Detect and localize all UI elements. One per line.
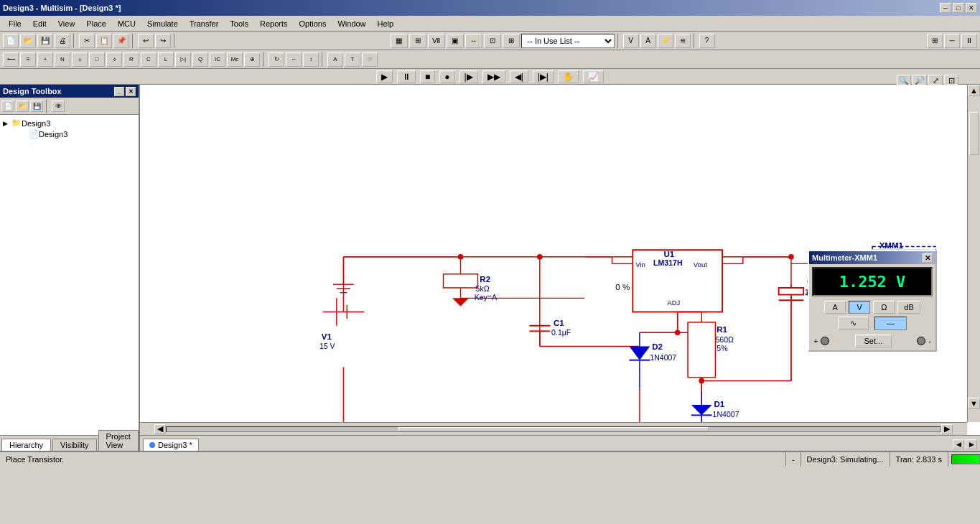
win-btn2[interactable]: ─ [944,34,960,48]
sim-graph-btn[interactable]: 📈 [583,70,604,83]
probe2-btn[interactable]: ☞ [362,52,378,67]
text-btn[interactable]: T [345,52,360,67]
menu-options[interactable]: Options [294,18,332,29]
multimeter-panel: Multimeter-XMM1 ✕ 1.252 V A V Ω dB ∿ — +… [808,250,937,352]
sim-stop-btn[interactable]: ■ [420,70,435,83]
sim-cursor-btn[interactable]: ✋ [558,70,579,83]
schematic-tab-design3[interactable]: Design3 * [143,439,199,451]
toolbox-close-btn[interactable]: ✕ [126,87,136,96]
menu-window[interactable]: Window [332,18,371,29]
undo-btn[interactable]: ↩ [138,34,154,48]
scrollbar-bottom[interactable]: ◀ ▶ [140,422,967,435]
toolbox-save-btn[interactable]: 💾 [30,100,43,112]
sim-step-btn[interactable]: |▶ [459,70,478,83]
multimeter-ohm-btn[interactable]: Ω [873,301,895,314]
multimeter-set-btn[interactable]: Set... [855,334,892,347]
multimeter-mode-buttons: A V Ω dB [809,299,935,315]
tab-hierarchy[interactable]: Hierarchy [1,439,51,451]
volt-meter-btn[interactable]: V [623,34,639,48]
menu-view[interactable]: View [52,18,81,29]
component-btn5[interactable]: ↔ [465,34,482,48]
menu-tools[interactable]: Tools [224,18,254,29]
sim-forward-btn[interactable]: |▶| [533,70,554,83]
menu-mcu[interactable]: MCU [112,18,141,29]
flip-h-btn[interactable]: ↔ [286,52,302,67]
close-button[interactable]: ✕ [966,3,977,13]
component-btn1[interactable]: ▦ [391,34,408,48]
resistor-btn[interactable]: R [123,52,139,67]
bus-btn[interactable]: ≡ [20,52,36,67]
sim-play-btn[interactable]: ▶ [376,70,393,83]
toolbox-view-btn[interactable]: 👁 [52,100,65,112]
win-btn1[interactable]: ⊞ [927,34,943,48]
maximize-button[interactable]: □ [953,3,964,13]
menu-place[interactable]: Place [80,18,112,29]
toolbox-open-btn[interactable]: 📂 [16,100,29,112]
menu-simulate[interactable]: Simulate [141,18,184,29]
amp-meter-btn[interactable]: A [640,34,656,48]
cut-btn[interactable]: ✂ [79,34,95,48]
print-btn[interactable]: 🖨 [55,34,70,48]
open-btn[interactable]: 📂 [20,34,36,48]
new-btn[interactable]: 📄 [3,34,19,48]
multimeter-close-btn[interactable]: ✕ [923,253,933,263]
comp-btn[interactable]: □ [89,52,105,67]
tab-nav-right[interactable]: ▶ [966,439,977,449]
menu-transfer[interactable]: Transfer [184,18,225,29]
sim-pause-btn[interactable]: ⏸ [397,70,416,83]
ic-btn[interactable]: IC [210,52,225,67]
flip-v-btn[interactable]: ↕ [303,52,319,67]
anno-btn[interactable]: A [327,52,343,67]
redo-btn[interactable]: ↪ [155,34,171,48]
probe-btn[interactable]: ⟡ [106,52,122,67]
rotate-btn[interactable]: ↻ [269,52,284,67]
ind-btn[interactable]: L [158,52,174,67]
misc-btn2[interactable]: ≋ [675,34,691,48]
diode-btn[interactable]: ▷| [175,52,191,67]
tree-item-design3-child[interactable]: 📄 Design3 [20,128,136,139]
schematic-area[interactable]: V1 15 V C1 0.1μF R2 [140,85,980,435]
sim-back-btn[interactable]: ◀| [510,70,528,83]
save-btn[interactable]: 💾 [37,34,53,48]
trans-btn[interactable]: Q [192,52,208,67]
misc-btn1[interactable]: ⚡ [658,34,673,48]
tree-item-design3-root[interactable]: ▶ 📁 Design3 [3,118,136,128]
menu-file[interactable]: File [3,18,27,29]
copy-btn[interactable]: 📋 [96,34,112,48]
tab-nav-left[interactable]: ◀ [953,439,964,449]
in-use-list-dropdown[interactable]: -- In Use List -- [521,34,615,48]
net-btn[interactable]: N [55,52,70,67]
menu-edit[interactable]: Edit [27,18,52,29]
component-btn3[interactable]: Ⅶ [428,34,445,48]
junction-btn[interactable]: + [37,52,53,67]
multimeter-a-btn[interactable]: A [824,301,846,314]
source-btn[interactable]: ⊕ [244,52,260,67]
misc-comp-btn[interactable]: Mc [227,52,243,67]
toolbox-new-btn[interactable]: 📄 [1,100,14,112]
minimize-button[interactable]: ─ [940,3,951,13]
menu-help[interactable]: Help [372,18,400,29]
component-btn4[interactable]: ▣ [447,34,464,48]
help-btn[interactable]: ? [699,34,715,48]
component-btn2[interactable]: ⊞ [409,34,426,48]
power-btn[interactable]: ⏚ [72,52,88,67]
menu-reports[interactable]: Reports [254,18,294,29]
multimeter-minus-terminal [917,337,925,345]
multimeter-db-btn[interactable]: dB [897,301,920,314]
wire-btn[interactable]: ⟵ [3,52,19,67]
status-indicator [951,454,980,464]
win-btn3[interactable]: ⏸ [961,34,977,48]
multimeter-ac-btn[interactable]: ∿ [838,317,869,330]
tab-visibility[interactable]: Visibility [52,439,97,451]
component-btn7[interactable]: ⊞ [503,34,520,48]
cap-btn[interactable]: C [141,52,157,67]
multimeter-dc-btn[interactable]: — [874,317,907,330]
toolbox-minimize-btn[interactable]: _ [114,87,124,96]
paste-btn[interactable]: 📌 [113,34,129,48]
sim-mstep-btn[interactable]: ▶▶ [482,70,505,83]
tab-project-view[interactable]: Project View [98,430,139,451]
component-btn6[interactable]: ⊡ [484,34,501,48]
sim-record-btn[interactable]: ● [439,70,454,83]
scrollbar-right[interactable]: ▲ ▼ [967,85,980,422]
multimeter-v-btn[interactable]: V [849,301,870,314]
